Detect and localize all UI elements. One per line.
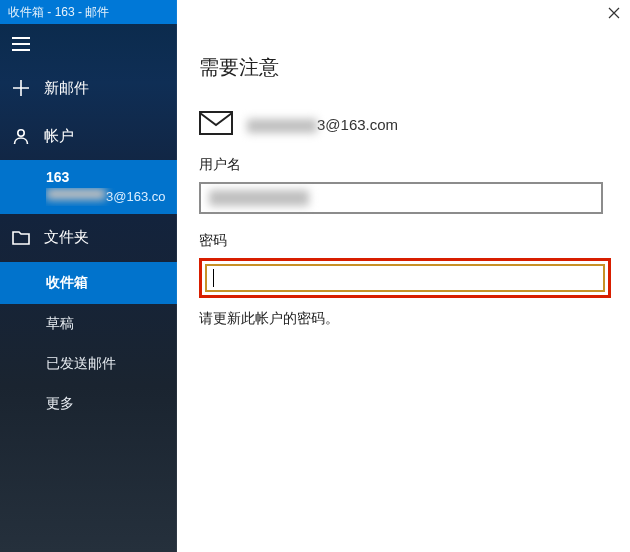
sidebar-account-163[interactable]: 163 xxxxxxx3@163.com: [0, 160, 177, 214]
new-mail-button[interactable]: 新邮件: [0, 64, 177, 112]
folders-button[interactable]: 文件夹: [0, 214, 177, 262]
password-hint: 请更新此帐户的密码。: [199, 310, 611, 328]
app-root: 收件箱 - 163 - 邮件 新邮件 帐户 163 xxxxxxx3@163.c…: [0, 0, 630, 552]
password-label: 密码: [199, 232, 611, 250]
new-mail-label: 新邮件: [44, 79, 89, 98]
dialog-heading: 需要注意: [199, 54, 611, 81]
redacted-text: xxxxxxx: [247, 119, 317, 133]
dialog-email: xxxxxxx3@163.com: [247, 116, 398, 133]
folder-more[interactable]: 更多: [0, 384, 177, 424]
accounts-label: 帐户: [44, 127, 74, 146]
sidebar: 收件箱 - 163 - 邮件 新邮件 帐户 163 xxxxxxx3@163.c…: [0, 0, 177, 552]
folder-drafts-label: 草稿: [46, 315, 74, 333]
folder-icon: [12, 229, 30, 247]
password-input[interactable]: [205, 264, 605, 292]
close-button[interactable]: [599, 2, 629, 26]
dialog-email-suffix: 3@163.com: [317, 116, 398, 133]
dialog-pane: 需要注意 xxxxxxx3@163.com 用户名 xxxxxxxxxx 密码: [177, 0, 630, 552]
folder-inbox-label: 收件箱: [46, 274, 88, 292]
window-title: 收件箱 - 163 - 邮件: [8, 4, 109, 21]
redacted-text: xxxxxxx: [46, 188, 106, 200]
close-icon: [608, 6, 620, 22]
account-email-suffix: 3@163.com: [106, 189, 165, 204]
svg-point-0: [18, 130, 24, 136]
folder-sent[interactable]: 已发送邮件: [0, 344, 177, 384]
person-icon: [12, 127, 30, 145]
window-titlebar: 收件箱 - 163 - 邮件: [0, 0, 177, 24]
hamburger-icon: [12, 37, 30, 51]
hamburger-menu-button[interactable]: [0, 24, 177, 64]
accounts-button[interactable]: 帐户: [0, 112, 177, 160]
folder-drafts[interactable]: 草稿: [0, 304, 177, 344]
text-caret: [213, 269, 214, 287]
account-email-line: xxxxxxx3@163.com: [199, 111, 611, 138]
mail-icon: [199, 111, 233, 138]
plus-icon: [12, 79, 30, 97]
folder-sent-label: 已发送邮件: [46, 355, 116, 373]
username-input[interactable]: xxxxxxxxxx: [199, 182, 603, 214]
svg-rect-1: [200, 112, 232, 134]
account-email: xxxxxxx3@163.com: [46, 188, 165, 206]
password-highlight-box: [199, 258, 611, 298]
username-label: 用户名: [199, 156, 611, 174]
folder-more-label: 更多: [46, 395, 74, 413]
folders-label: 文件夹: [44, 228, 89, 247]
folder-inbox[interactable]: 收件箱: [0, 262, 177, 304]
account-name: 163: [46, 168, 165, 188]
redacted-text: xxxxxxxxxx: [209, 190, 309, 206]
